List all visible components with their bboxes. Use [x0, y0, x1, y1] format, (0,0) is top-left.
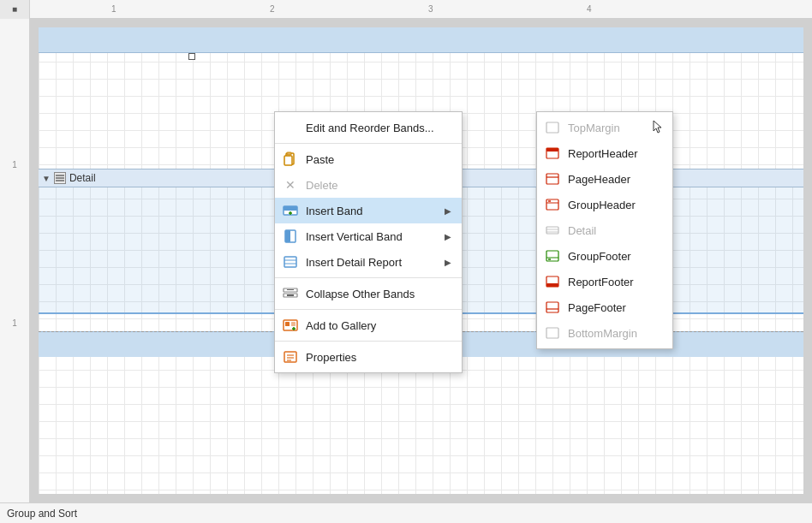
ruler-left-mark-2: 1 [0, 318, 29, 328]
menu-item-insert-detail[interactable]: Insert Detail Report ▶ [275, 249, 462, 275]
insert-band-icon [282, 202, 299, 219]
submenu-item-report-footer[interactable]: ReportFooter [537, 269, 672, 294]
insert-band-label: Insert Band [306, 205, 438, 217]
insert-detail-icon [282, 253, 299, 270]
delete-label: Delete [306, 179, 451, 192]
submenu-item-group-footer[interactable]: GroupFooter [537, 243, 672, 269]
svg-rect-28 [546, 148, 558, 152]
svg-rect-41 [546, 283, 558, 287]
menu-item-properties[interactable]: Properties [275, 344, 462, 370]
bottom-margin-label: BottomMargin [568, 327, 637, 340]
svg-rect-2 [287, 152, 291, 155]
status-bar: Group and Sort [0, 502, 812, 523]
insert-vertical-icon [282, 228, 299, 245]
menu-sep-1 [275, 143, 462, 144]
bottom-margin-icon [544, 324, 561, 342]
submenu-item-page-header[interactable]: PageHeader [537, 166, 672, 192]
svg-rect-1 [284, 156, 292, 165]
top-margin-label: TopMargin [568, 122, 620, 134]
ruler-top: ■ 1 2 3 4 [0, 0, 812, 19]
group-footer-label: GroupFooter [568, 250, 631, 263]
menu-item-add-gallery[interactable]: Add to Gallery [275, 312, 462, 338]
insert-vertical-arrow: ▶ [445, 232, 451, 241]
report-header-icon [544, 145, 561, 162]
report-header-label: ReportHeader [568, 147, 638, 160]
report-footer-label: ReportFooter [568, 276, 634, 288]
resize-handle-top[interactable] [188, 53, 195, 60]
menu-item-paste[interactable]: Paste [275, 146, 462, 172]
context-menu: Edit and Reorder Bands... Paste ✕ Delete [274, 111, 463, 373]
submenu-item-group-header[interactable]: GroupHeader [537, 192, 672, 217]
insert-detail-arrow: ▶ [445, 258, 451, 267]
menu-sep-2 [275, 277, 462, 278]
submenu-item-page-footer[interactable]: PageFooter [537, 294, 672, 320]
svg-rect-42 [546, 302, 558, 312]
band-detail-label: Detail [69, 172, 96, 184]
add-gallery-icon [282, 317, 299, 334]
menu-sep-4 [275, 341, 462, 342]
band-detail-icon [54, 172, 66, 184]
add-gallery-label: Add to Gallery [306, 319, 451, 332]
svg-marker-45 [654, 121, 661, 133]
group-header-icon [544, 196, 561, 213]
menu-item-insert-band[interactable]: Insert Band ▶ [275, 198, 462, 223]
svg-rect-9 [284, 257, 296, 267]
svg-rect-18 [285, 322, 290, 326]
delete-icon: ✕ [282, 176, 299, 193]
detail-label: Detail [568, 224, 596, 237]
group-footer-icon [544, 247, 561, 264]
properties-icon [282, 348, 299, 366]
page-footer-label: PageFooter [568, 301, 626, 314]
submenu-item-detail[interactable]: Detail [537, 217, 672, 243]
mouse-cursor [652, 119, 666, 136]
ruler-left: 1 1 [0, 19, 30, 502]
menu-item-collapse-bands[interactable]: Collapse Other Bands [275, 281, 462, 306]
corner-icon: ■ [12, 4, 17, 14]
edit-reorder-icon [282, 119, 299, 136]
insert-vertical-label: Insert Vertical Band [306, 230, 438, 243]
ruler-mark-2: 2 [270, 0, 275, 18]
ruler-left-mark-1: 1 [0, 160, 29, 169]
menu-item-edit-reorder[interactable]: Edit and Reorder Bands... [275, 115, 462, 140]
paste-icon [282, 151, 299, 168]
collapse-bands-icon [282, 285, 299, 302]
svg-rect-29 [546, 174, 558, 184]
ruler-mark-4: 4 [587, 0, 592, 18]
paste-label: Paste [306, 153, 451, 166]
svg-rect-26 [546, 122, 558, 133]
report-footer-icon [544, 273, 561, 290]
menu-sep-3 [275, 309, 462, 310]
properties-label: Properties [306, 351, 451, 364]
group-header-label: GroupHeader [568, 199, 636, 211]
collapse-bands-label: Collapse Other Bands [306, 288, 451, 300]
page-footer-icon [544, 299, 561, 316]
page-header-icon [544, 170, 561, 187]
submenu-insert-band: TopMargin ReportHeader PageHeader [536, 111, 673, 349]
ruler-mark-3: 3 [428, 0, 433, 18]
band-collapse-arrow[interactable]: ▼ [42, 174, 51, 183]
svg-rect-4 [284, 206, 297, 211]
svg-rect-19 [291, 322, 296, 326]
ruler-marks: 1 2 3 4 [30, 0, 812, 18]
submenu-item-bottom-margin[interactable]: BottomMargin [537, 320, 672, 346]
ruler-mark-1: 1 [111, 0, 116, 18]
status-bar-text: Group and Sort [7, 508, 77, 520]
menu-item-delete[interactable]: ✕ Delete [275, 172, 462, 198]
detail-icon [544, 222, 561, 239]
insert-detail-label: Insert Detail Report [306, 256, 438, 269]
insert-band-arrow: ▶ [445, 206, 451, 216]
page-header-label: PageHeader [568, 173, 630, 186]
menu-item-insert-vertical[interactable]: Insert Vertical Band ▶ [275, 223, 462, 249]
svg-rect-34 [546, 227, 558, 234]
svg-rect-8 [285, 230, 290, 242]
svg-rect-44 [546, 328, 558, 338]
top-band-area [39, 27, 803, 53]
ruler-corner: ■ [0, 0, 30, 19]
edit-reorder-label: Edit and Reorder Bands... [306, 122, 451, 134]
top-margin-icon [544, 119, 561, 136]
submenu-item-report-header[interactable]: ReportHeader [537, 140, 672, 166]
